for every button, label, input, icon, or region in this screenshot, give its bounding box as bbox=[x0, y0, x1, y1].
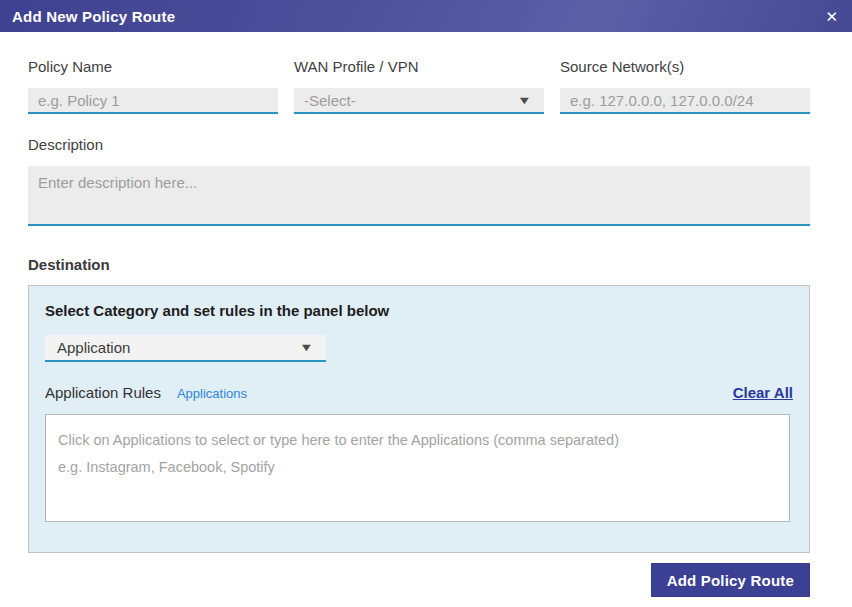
close-icon[interactable]: ✕ bbox=[825, 9, 838, 24]
policy-name-field-group: Policy Name bbox=[28, 58, 278, 114]
chevron-down-icon: ▼ bbox=[299, 342, 314, 353]
application-rules-row: Application Rules Applications Clear All bbox=[45, 384, 793, 401]
wan-profile-label: WAN Profile / VPN bbox=[294, 58, 544, 75]
category-select[interactable]: Application ▼ bbox=[45, 335, 326, 362]
application-rules-label: Application Rules bbox=[45, 384, 161, 401]
application-rules-input[interactable]: Click on Applications to select or type … bbox=[45, 414, 790, 522]
modal-body: Policy Name WAN Profile / VPN -Select- ▼… bbox=[0, 32, 852, 553]
description-textarea[interactable] bbox=[28, 166, 810, 226]
category-instruction: Select Category and set rules in the pan… bbox=[45, 302, 793, 319]
destination-panel: Select Category and set rules in the pan… bbox=[28, 285, 810, 553]
top-fields-row: Policy Name WAN Profile / VPN -Select- ▼… bbox=[28, 58, 810, 114]
source-networks-input[interactable] bbox=[560, 88, 810, 114]
modal-footer: Add Policy Route bbox=[651, 563, 810, 597]
destination-section-label: Destination bbox=[28, 256, 810, 273]
policy-name-label: Policy Name bbox=[28, 58, 278, 75]
modal-header: Add New Policy Route ✕ bbox=[0, 0, 852, 32]
applications-link[interactable]: Applications bbox=[177, 386, 247, 401]
source-networks-label: Source Network(s) bbox=[560, 58, 810, 75]
wan-profile-field-group: WAN Profile / VPN -Select- ▼ bbox=[294, 58, 544, 114]
source-networks-field-group: Source Network(s) bbox=[560, 58, 810, 114]
rules-placeholder-line2: e.g. Instagram, Facebook, Spotify bbox=[58, 454, 777, 481]
wan-profile-select[interactable]: -Select- ▼ bbox=[294, 88, 544, 114]
clear-all-link[interactable]: Clear All bbox=[733, 384, 793, 401]
wan-profile-selected-value: -Select- bbox=[304, 92, 356, 109]
description-label: Description bbox=[28, 136, 810, 153]
chevron-down-icon: ▼ bbox=[517, 95, 532, 106]
policy-name-input[interactable] bbox=[28, 88, 278, 114]
modal-title: Add New Policy Route bbox=[12, 8, 175, 25]
rules-placeholder-line1: Click on Applications to select or type … bbox=[58, 427, 777, 454]
add-policy-route-button[interactable]: Add Policy Route bbox=[651, 563, 810, 597]
category-selected-value: Application bbox=[57, 339, 130, 356]
